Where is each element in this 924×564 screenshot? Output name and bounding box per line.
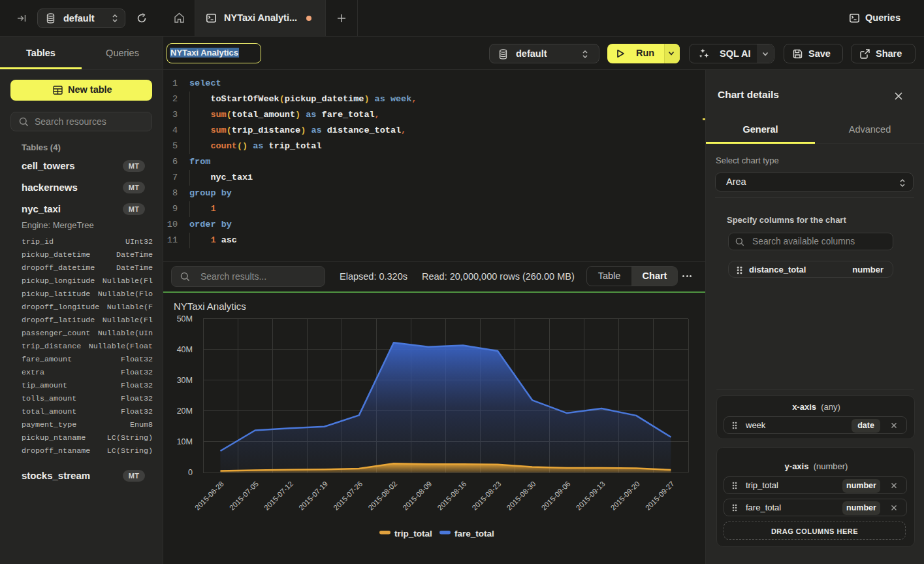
svg-text:NYTaxi Analytics: NYTaxi Analytics bbox=[174, 301, 246, 312]
svg-text:2015-07-26: 2015-07-26 bbox=[332, 480, 364, 512]
svg-text:2015-08-30: 2015-08-30 bbox=[505, 480, 537, 512]
svg-text:2015-09-27: 2015-09-27 bbox=[644, 480, 676, 512]
svg-text:2015-08-23: 2015-08-23 bbox=[471, 480, 503, 512]
svg-text:2015-08-02: 2015-08-02 bbox=[366, 480, 398, 512]
svg-text:2015-07-05: 2015-07-05 bbox=[228, 480, 260, 512]
svg-text:2015-09-06: 2015-09-06 bbox=[540, 480, 572, 512]
svg-text:2015-09-20: 2015-09-20 bbox=[609, 480, 641, 512]
svg-text:2015-07-19: 2015-07-19 bbox=[297, 480, 329, 512]
svg-text:20M: 20M bbox=[177, 406, 193, 416]
svg-text:2015-08-09: 2015-08-09 bbox=[401, 480, 433, 512]
svg-text:fare_total: fare_total bbox=[454, 529, 494, 539]
svg-text:2015-08-16: 2015-08-16 bbox=[436, 480, 468, 512]
svg-text:2015-07-12: 2015-07-12 bbox=[263, 480, 295, 512]
svg-text:2015-06-28: 2015-06-28 bbox=[193, 480, 225, 512]
svg-text:50M: 50M bbox=[177, 314, 193, 323]
svg-text:40M: 40M bbox=[177, 345, 193, 354]
svg-text:30M: 30M bbox=[177, 376, 193, 385]
svg-text:2015-09-13: 2015-09-13 bbox=[575, 480, 607, 512]
svg-text:trip_total: trip_total bbox=[394, 529, 432, 539]
svg-text:0: 0 bbox=[188, 468, 193, 477]
svg-text:10M: 10M bbox=[177, 437, 193, 446]
